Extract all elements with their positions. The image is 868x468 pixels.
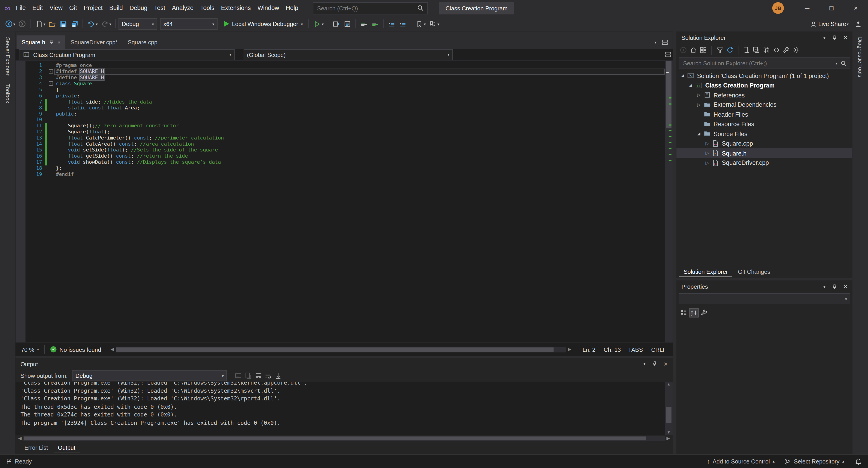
window-position-icon[interactable]: ▾ <box>824 285 826 288</box>
collapse-all-icon[interactable] <box>752 46 761 54</box>
goto-message-icon[interactable] <box>244 371 253 380</box>
hscroll-thumb[interactable] <box>116 347 553 351</box>
panel-splitter[interactable] <box>673 31 677 454</box>
menu-extensions[interactable]: Extensions <box>218 0 254 16</box>
code-line-text[interactable]: public: <box>54 111 665 117</box>
code-line-text[interactable]: void setSide(float); //Sets the side of … <box>54 147 665 153</box>
options-icon[interactable] <box>792 46 801 54</box>
menu-analyze[interactable]: Analyze <box>168 0 197 16</box>
save-all-button[interactable] <box>69 18 80 30</box>
collapse-region-icon[interactable]: - <box>49 69 53 74</box>
close-icon[interactable]: × <box>844 34 847 41</box>
tree-item-square-cpp[interactable]: ▷++Square.cpp <box>677 138 852 148</box>
tree-expander-icon[interactable]: ◢ <box>679 73 686 78</box>
panel-tab-git-changes[interactable]: Git Changes <box>734 268 775 277</box>
new-file-button[interactable]: ▾ <box>33 18 46 30</box>
close-icon[interactable]: × <box>844 283 847 290</box>
scroll-left-icon[interactable]: ◀ <box>17 436 23 441</box>
toggle-bookmark-button[interactable]: ▾ <box>414 18 427 30</box>
solution-platform-dropdown[interactable]: x64▾ <box>160 18 218 30</box>
panel-tab-output[interactable]: Output <box>53 444 80 453</box>
comment-button[interactable] <box>359 18 369 30</box>
close-icon[interactable]: × <box>664 361 668 367</box>
menu-build[interactable]: Build <box>106 0 126 16</box>
scroll-left-icon[interactable]: ◀ <box>109 347 116 352</box>
project-dropdown[interactable]: ++ Class Creation Program ▾ <box>19 49 235 60</box>
code-line-text[interactable]: void showData() const; //Displays the sq… <box>54 159 665 165</box>
close-icon[interactable]: × <box>57 39 61 45</box>
tool-window-tab-diagnostic-tools[interactable]: Diagnostic Tools <box>857 37 863 77</box>
scroll-right-icon[interactable]: ▶ <box>566 347 573 352</box>
scrollbar-thumb[interactable] <box>666 407 672 423</box>
quick-info-button[interactable] <box>342 18 352 30</box>
editor-tab-squaredriver-cpp[interactable]: SquareDriver.cpp* <box>66 35 123 49</box>
find-message-icon[interactable] <box>234 371 243 380</box>
avatar[interactable]: JB <box>772 2 784 14</box>
menu-window[interactable]: Window <box>254 0 282 16</box>
code-line-text[interactable]: float CalcArea() const; //area calculati… <box>54 141 665 147</box>
code-line-text[interactable]: { <box>54 87 665 93</box>
editor-vertical-scrollbar[interactable] <box>665 61 673 342</box>
save-button[interactable] <box>58 18 69 30</box>
solution-search-input[interactable] <box>682 59 833 67</box>
minimize-button[interactable]: ─ <box>795 0 819 16</box>
editor-tab-square-h[interactable]: Square.h× <box>17 35 66 49</box>
tree-item-references[interactable]: ▷References <box>677 90 852 100</box>
active-files-dropdown-icon[interactable]: ▾ <box>654 40 656 44</box>
menu-view[interactable]: View <box>46 0 66 16</box>
tree-item-resource-files[interactable]: Resource Files <box>677 119 852 129</box>
redo-button[interactable]: ▾ <box>99 18 113 30</box>
solution-configuration-dropdown[interactable]: Debug▾ <box>119 18 157 30</box>
switch-views-icon[interactable] <box>699 46 707 54</box>
menu-tools[interactable]: Tools <box>197 0 218 16</box>
se-forward-icon[interactable] <box>679 46 687 54</box>
start-debugging-button[interactable]: Local Windows Debugger ▾ <box>221 18 306 30</box>
editor-tab-square-cpp[interactable]: Square.cpp <box>123 35 163 49</box>
window-position-icon[interactable]: ▾ <box>824 36 826 39</box>
home-icon[interactable] <box>689 46 698 54</box>
pending-changes-filter-icon[interactable] <box>716 46 724 54</box>
tree-item-squaredriver-cpp[interactable]: ▷++SquareDriver.cpp <box>677 158 852 168</box>
scroll-down-icon[interactable]: ▼ <box>665 431 673 434</box>
zoom-control[interactable]: 70 %▾ <box>18 346 42 352</box>
tree-item-solution-class-creation-program-1-of-1-project[interactable]: ◢Solution 'Class Creation Program' (1 of… <box>677 71 852 81</box>
menu-help[interactable]: Help <box>282 0 302 16</box>
tree-expander-icon[interactable]: ▷ <box>704 141 711 146</box>
code-line-text[interactable]: float CalcPerimeter() const; //perimeter… <box>54 135 665 141</box>
sync-with-active-document-icon[interactable] <box>726 46 734 54</box>
add-to-source-control-button[interactable]: ↑ Add to Source Control ▴ <box>707 458 774 465</box>
open-file-button[interactable] <box>47 18 58 30</box>
document-health-indicator[interactable]: ✓ No issues found <box>47 346 104 352</box>
code-line-text[interactable]: #ifndef SQUARE_H <box>54 68 665 74</box>
notifications-bell-icon[interactable] <box>854 457 863 466</box>
menu-test[interactable]: Test <box>151 0 168 16</box>
tree-expander-icon[interactable]: ▷ <box>695 102 703 107</box>
alphabetical-icon[interactable]: AZ <box>690 308 698 317</box>
navigate-forward-button[interactable] <box>17 18 28 30</box>
menu-edit[interactable]: Edit <box>29 0 46 16</box>
search-options-icon[interactable]: ▾ <box>836 61 838 65</box>
hscroll-thumb[interactable] <box>24 437 646 440</box>
close-button[interactable]: × <box>844 0 868 16</box>
editor-horizontal-scrollbar[interactable]: ◀ ▶ <box>109 345 573 353</box>
feedback-button[interactable] <box>853 18 864 30</box>
clear-all-icon[interactable] <box>254 371 262 380</box>
scope-dropdown[interactable]: (Global Scope) ▾ <box>244 49 453 60</box>
code-line-text[interactable]: #define SQUARE_H <box>54 74 665 81</box>
categorized-icon[interactable] <box>680 308 688 317</box>
tree-item-external-dependencies[interactable]: ▷External Dependencies <box>677 100 852 110</box>
code-line-text[interactable]: private: <box>54 93 665 99</box>
nest-files-icon[interactable] <box>742 46 751 54</box>
properties-object-dropdown[interactable]: ▾ <box>679 293 850 304</box>
solution-explorer-search[interactable]: ▾ <box>679 57 850 69</box>
tree-expander-icon[interactable]: ▷ <box>695 92 703 97</box>
collapse-region-icon[interactable]: - <box>49 82 53 86</box>
search-input[interactable] <box>316 4 413 12</box>
view-code-icon[interactable] <box>772 46 781 54</box>
code-line-text[interactable]: #pragma once <box>54 62 665 68</box>
navigate-backward-button[interactable]: ▾ <box>3 18 17 30</box>
code-line-text[interactable]: class Square <box>54 81 665 87</box>
show-all-files-icon[interactable] <box>762 46 771 54</box>
panel-tab-error-list[interactable]: Error List <box>20 444 52 453</box>
code-line-text[interactable] <box>54 117 665 123</box>
